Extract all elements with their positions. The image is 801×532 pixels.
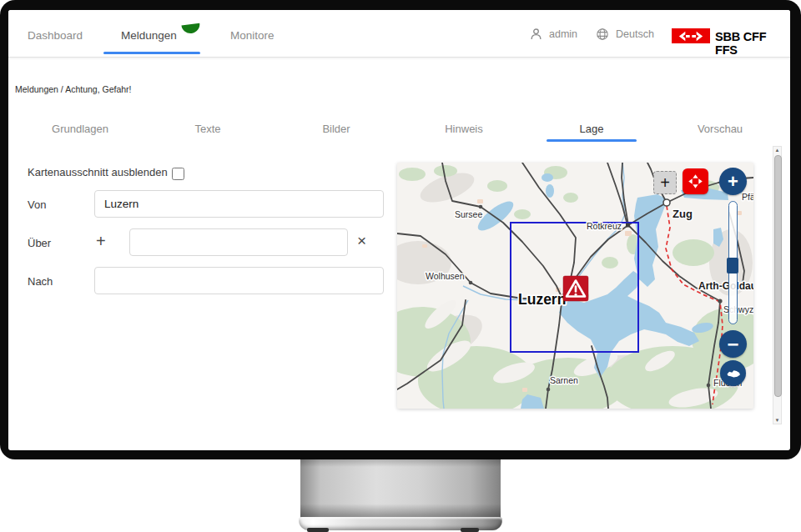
notification-badge (181, 23, 200, 35)
tab-label: Hinweis (445, 123, 483, 135)
zoom-in-button[interactable]: + (719, 168, 747, 195)
danger-marker-icon[interactable] (563, 276, 588, 301)
active-tab-underline (547, 139, 637, 142)
hide-map-label: Kartenausschnitt ausblenden (28, 166, 168, 178)
user-menu[interactable]: admin (530, 28, 577, 40)
language-switcher[interactable]: Deutsch (596, 28, 654, 41)
map-graphics: Sursee Wolhusen Luzern Rotkreuz Zug Arth… (397, 163, 753, 409)
move-arrows-icon (688, 173, 703, 189)
nav-item-meldungen[interactable]: Meldungen (121, 29, 177, 42)
tab-label: Grundlagen (52, 123, 108, 135)
sbb-logo[interactable] (672, 28, 710, 43)
ueber-label: Über (28, 237, 51, 249)
minus-icon: − (727, 333, 738, 356)
clear-via-button[interactable]: × (357, 233, 366, 248)
scroll-up-icon[interactable]: ▲ (773, 148, 781, 153)
plus-icon: + (660, 173, 670, 193)
user-name: admin (549, 28, 577, 40)
tab-label: Bilder (322, 123, 350, 135)
town-label: Sarnen (550, 375, 578, 385)
tab-label: Lage (580, 123, 604, 135)
switzerland-icon (725, 368, 742, 379)
tab-label: Vorschau (698, 123, 743, 135)
monitor-foot (307, 528, 329, 532)
nav-item-label: Dashboard (28, 29, 83, 42)
active-nav-underline (103, 52, 200, 54)
tab-bilder[interactable]: Bilder (286, 121, 386, 144)
map-canvas[interactable]: Sursee Wolhusen Luzern Rotkreuz Zug Arth… (397, 163, 753, 409)
pan-mode-button[interactable] (683, 168, 708, 194)
close-icon: × (357, 232, 366, 249)
vertical-scrollbar[interactable]: ▲ ▼ (773, 146, 782, 424)
browser-viewport: Dashboard Meldungen Monitore admin (8, 10, 790, 450)
nach-label: Nach (28, 275, 53, 288)
brand-wordmark: SBB CFF FFS (715, 30, 790, 57)
globe-icon (596, 28, 609, 41)
monitor-stand (300, 459, 501, 518)
breadcrumb: Meldungen / Achtung, Gefahr! (15, 84, 132, 94)
tab-label: Texte (194, 123, 220, 135)
scroll-down-icon[interactable]: ▼ (773, 418, 781, 423)
zoom-out-button[interactable]: − (719, 330, 747, 358)
monitor-foot (461, 528, 479, 532)
plus-icon: + (96, 232, 106, 250)
nav-item-monitore[interactable]: Monitore (230, 29, 275, 42)
nav-item-dashboard[interactable]: Dashboard (28, 29, 83, 42)
town-label: Sursee (455, 209, 482, 219)
ueber-input[interactable] (129, 228, 348, 256)
nav-item-label: Meldungen (121, 29, 177, 42)
town-label: Rotkreuz (587, 221, 622, 231)
hide-map-checkbox[interactable] (172, 168, 184, 180)
town-label: Luzern (518, 291, 566, 308)
reset-extent-button[interactable] (720, 360, 746, 386)
town-label: Pfäffikon (742, 192, 753, 202)
scrollbar-thumb[interactable] (774, 155, 782, 397)
sbb-arrows-icon (674, 30, 708, 43)
add-via-button[interactable]: + (96, 233, 106, 248)
zoom-slider-handle[interactable] (727, 258, 738, 274)
von-input[interactable] (94, 190, 384, 218)
tab-texte[interactable]: Texte (158, 121, 258, 144)
monitor-frame: Dashboard Meldungen Monitore admin (0, 0, 801, 459)
plus-icon: + (728, 171, 738, 193)
page: Dashboard Meldungen Monitore admin (0, 0, 801, 532)
user-icon (530, 28, 542, 40)
nach-input[interactable] (94, 267, 384, 294)
town-label: Zug (673, 208, 693, 220)
tab-vorschau[interactable]: Vorschau (670, 121, 770, 144)
top-navbar: Dashboard Meldungen Monitore admin (8, 10, 790, 58)
language-label: Deutsch (616, 28, 654, 40)
nav-item-label: Monitore (230, 29, 275, 42)
tab-hinweis[interactable]: Hinweis (414, 121, 514, 144)
town-label: Wolhusen (426, 271, 465, 281)
draw-rectangle-button[interactable]: + (653, 171, 677, 194)
von-label: Von (28, 198, 46, 211)
tab-grundlagen[interactable]: Grundlagen (30, 121, 130, 144)
town-label: Arth-Goldau (698, 280, 753, 292)
